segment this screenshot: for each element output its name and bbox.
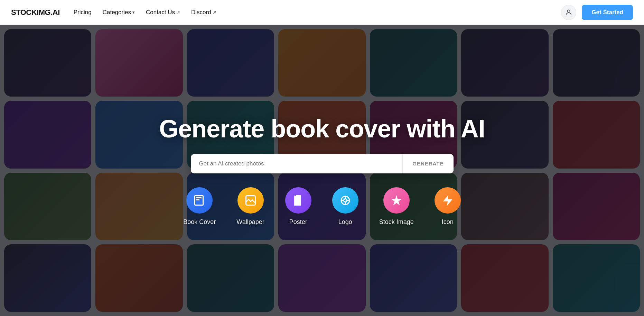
bg-card (370, 244, 457, 312)
bg-card (187, 29, 274, 97)
hero-content: Generate book cover with AI GENERATE Boo… (0, 115, 644, 225)
site-logo[interactable]: STOCKIMG.AI (11, 8, 60, 17)
bg-card (95, 244, 183, 312)
category-icon-icon (435, 187, 461, 214)
svg-point-4 (344, 199, 347, 202)
hero-title: Generate book cover with AI (159, 115, 485, 143)
category-icon-book-cover (186, 187, 213, 214)
hero-section: Generate book cover with AI GENERATE Boo… (0, 25, 644, 316)
bg-card (553, 244, 640, 312)
category-item-book-cover[interactable]: Book Cover (183, 187, 216, 226)
svg-point-0 (568, 10, 570, 12)
nav-right: Get Started (561, 5, 633, 20)
category-item-icon[interactable]: Icon (435, 187, 461, 226)
category-icon-stock-image (383, 187, 410, 214)
category-item-wallpaper[interactable]: Wallpaper (236, 187, 264, 226)
bg-card (461, 29, 548, 97)
generate-button[interactable]: GENERATE (402, 154, 453, 173)
bg-card (461, 244, 548, 312)
category-label-logo: Logo (338, 218, 352, 226)
category-label-icon: Icon (442, 218, 454, 226)
nav-link-categories[interactable]: Categories ▾ (103, 9, 135, 16)
bg-card (370, 29, 457, 97)
bg-card (553, 29, 640, 97)
navbar: STOCKIMG.AI PricingCategories ▾Contact U… (0, 0, 644, 25)
category-label-poster: Poster (289, 218, 307, 226)
category-icon-poster (285, 187, 311, 214)
bg-card (278, 29, 365, 97)
category-label-wallpaper: Wallpaper (236, 218, 264, 226)
category-icon-logo (332, 187, 358, 214)
nav-link-pricing[interactable]: Pricing (74, 9, 92, 16)
bg-card (278, 244, 365, 312)
bg-card (95, 29, 183, 97)
search-input[interactable] (191, 154, 403, 173)
bg-card (187, 244, 274, 312)
bg-card (4, 244, 91, 312)
category-item-logo[interactable]: Logo (332, 187, 358, 226)
category-label-book-cover: Book Cover (183, 218, 216, 226)
nav-link-contact[interactable]: Contact Us ↗ (146, 9, 180, 16)
get-started-button[interactable]: Get Started (582, 5, 633, 20)
category-item-stock-image[interactable]: Stock Image (379, 187, 414, 226)
categories-row: Book CoverWallpaperPosterLogoStock Image… (183, 187, 460, 226)
nav-links: PricingCategories ▾Contact Us ↗Discord ↗ (74, 9, 561, 16)
category-icon-wallpaper (237, 187, 264, 214)
nav-link-discord[interactable]: Discord ↗ (191, 9, 216, 16)
category-label-stock-image: Stock Image (379, 218, 414, 226)
bg-card (4, 29, 91, 97)
category-item-poster[interactable]: Poster (285, 187, 311, 226)
user-icon-button[interactable] (561, 5, 576, 20)
search-bar: GENERATE (191, 154, 454, 173)
